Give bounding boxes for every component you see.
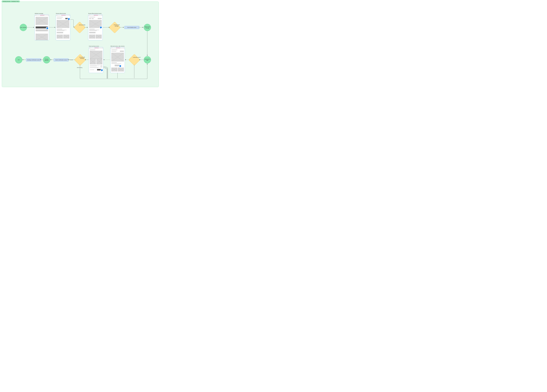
carousel-image[interactable]: ‹ › <box>111 53 124 61</box>
chevron-left-icon[interactable]: ‹ <box>90 36 90 37</box>
node-exit: Exit <box>15 56 22 63</box>
decision-choose-package: Choose event package <box>110 23 119 32</box>
text-placeholder <box>90 65 100 66</box>
phone-caption: Browse tailored events <box>56 13 70 14</box>
node-label: Proceed with booking? <box>78 57 86 59</box>
chevron-right-icon[interactable]: › <box>68 23 69 25</box>
node-label: Process payment <box>43 59 50 61</box>
phone-homepage: ✩⌕ Quietloud ≡ <box>34 14 49 40</box>
filter-button[interactable] <box>98 18 102 19</box>
phone-summary-group: Event summary screen ✩⌕ Quietloud ≡ <box>89 46 103 73</box>
search-icon: ⌕ <box>57 15 58 15</box>
menu-icon: ≡ <box>48 15 48 15</box>
chevron-right-icon[interactable]: › <box>101 36 101 37</box>
star-icon: ✩ <box>89 15 89 15</box>
search-icon: ⌕ <box>90 47 91 48</box>
chevron-right-icon[interactable]: › <box>116 69 117 70</box>
chevron-left-icon[interactable]: ‹ <box>90 23 90 25</box>
star-icon: ✩ <box>89 47 90 48</box>
screen-event-details: Event Details screen <box>124 26 139 29</box>
phone-topbar: ✩⌕ Quietloud ≡ <box>89 47 103 49</box>
decision-add-filter: Add event filter <box>75 23 84 32</box>
phone-browse-group: Browse tailored events ✩⌕ Quietloud ≡ ‹ … <box>56 13 70 40</box>
node-label: Add event filter <box>78 24 86 26</box>
chevron-right-icon[interactable]: › <box>68 36 69 37</box>
cta-placeholder[interactable] <box>57 32 63 33</box>
phone-event-summary: ✩⌕ Quietloud ≡ <box>89 47 103 73</box>
phone-filtered: ✩⌕ Quietloud ≡ ‹ › <box>88 14 103 40</box>
text-placeholder <box>57 29 62 29</box>
chevron-left-icon[interactable]: ‹ <box>112 56 112 58</box>
decision-customise-event: Customise event? <box>130 56 138 64</box>
phone-homepage-group: Website homepage ✩⌕ Quietloud ≡ <box>34 13 49 40</box>
chevron-right-icon[interactable]: › <box>62 36 62 37</box>
chevron-right-icon[interactable]: › <box>101 23 101 25</box>
secondary-cta-bar[interactable] <box>36 29 48 31</box>
chevron-left-icon[interactable]: ‹ <box>57 36 58 37</box>
chevron-left-icon[interactable]: ‹ <box>112 69 112 70</box>
node-label: Event Confirmation screen <box>55 59 67 61</box>
screen-booking-confirmation: Booking Confirmation screen <box>26 58 41 61</box>
text-placeholder <box>89 29 95 29</box>
star-icon: ✩ <box>111 47 112 48</box>
node-label: Exit <box>18 59 20 61</box>
thumb-image <box>90 59 96 64</box>
list-icon[interactable] <box>100 67 102 68</box>
brand-logo: Quietloud <box>94 15 98 16</box>
chevron-left-icon[interactable]: ‹ <box>64 36 64 37</box>
chip[interactable] <box>89 18 91 19</box>
search-icon: ⌕ <box>90 15 90 15</box>
chevron-left-icon[interactable]: ‹ <box>118 69 119 70</box>
phone-topbar: ✩⌕ Quietloud ≡ <box>88 14 103 16</box>
thumb-image[interactable]: ‹› <box>89 35 95 39</box>
decision-proceed-booking: Proceed with booking? <box>76 56 84 64</box>
list-icon[interactable] <box>100 66 102 66</box>
phone-filtered-group: Browse filtered tailored events ✩⌕ Quiet… <box>88 13 103 40</box>
pill-button[interactable] <box>120 51 124 52</box>
diamond-shape: Customise event? <box>129 54 140 66</box>
carousel-image[interactable]: ‹ › <box>57 20 69 28</box>
phone-topbar: ✩⌕ Quietloud ≡ <box>56 14 70 16</box>
thumb-image[interactable]: ‹› <box>96 35 102 39</box>
text-placeholder <box>89 17 95 17</box>
node-label: Event Details screen <box>127 27 137 28</box>
edge-label-edit-booking: Edit booking <box>77 67 82 68</box>
diamond-shape: Choose event package <box>109 21 120 33</box>
carousel-image[interactable]: ‹ › <box>89 20 102 28</box>
diamond-shape: Proceed with booking? <box>74 54 86 66</box>
text-placeholder <box>90 68 98 68</box>
phone-edit-group: Edit event venue, cake, food etc. ✩⌕ Qui… <box>110 46 125 73</box>
thumb-image[interactable]: ‹› <box>57 35 63 39</box>
chevron-left-icon[interactable]: ‹ <box>96 36 97 37</box>
menu-icon: ≡ <box>102 15 102 15</box>
node-process-payment: Process payment <box>43 56 50 63</box>
thumb-image[interactable]: ‹› <box>111 68 117 71</box>
thumb-image[interactable]: ‹› <box>118 68 124 71</box>
text-placeholder <box>111 50 117 50</box>
chip[interactable] <box>92 18 94 19</box>
chevron-right-icon[interactable]: › <box>123 69 123 70</box>
primary-cta-bar[interactable] <box>36 27 48 28</box>
cta-placeholder[interactable] <box>89 32 96 33</box>
list-icon[interactable] <box>100 67 102 67</box>
chevron-right-icon[interactable]: › <box>94 36 95 37</box>
phone-topbar: ✩⌕ Quietloud ≡ <box>110 47 125 49</box>
text-placeholder <box>90 50 95 50</box>
menu-icon: ≡ <box>124 47 124 48</box>
phone-caption: Event summary screen <box>89 46 103 47</box>
phone-topbar: ✩⌕ Quietloud ≡ <box>35 14 49 16</box>
text-placeholder <box>90 67 100 67</box>
section-title-badge: Booking Success - Graduation Party <box>2 0 20 2</box>
thumb-image[interactable]: ‹› <box>63 35 69 39</box>
node-enter-website: Enter Website <box>20 24 27 31</box>
node-label: Customise event? <box>133 57 141 58</box>
diamond-shape: Add event filter <box>74 21 85 33</box>
list-icon[interactable] <box>100 65 102 66</box>
edge-label-proceed: Proceed <box>69 59 73 60</box>
text-placeholder <box>111 51 116 52</box>
text-placeholder <box>111 63 121 64</box>
node-select-package: Select Event Package <box>144 24 151 31</box>
phone-caption: Browse filtered tailored events <box>88 13 103 14</box>
chevron-right-icon[interactable]: › <box>123 56 123 58</box>
chevron-left-icon[interactable]: ‹ <box>57 23 58 25</box>
